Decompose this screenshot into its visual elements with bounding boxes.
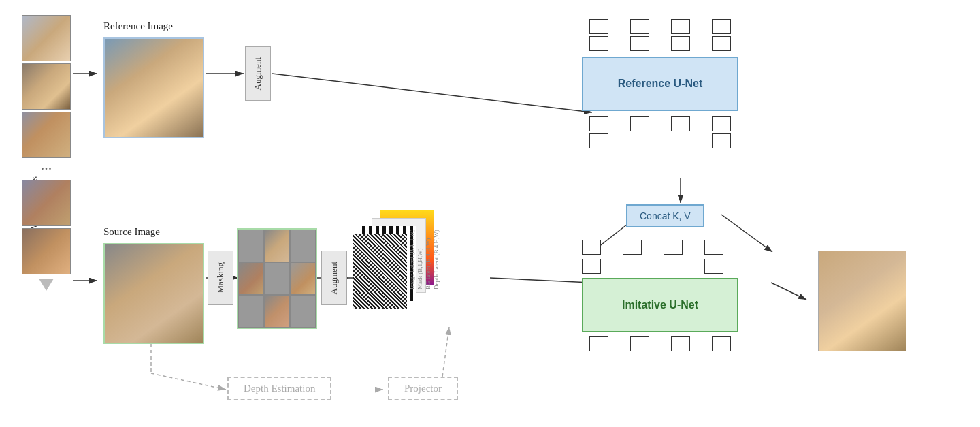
mask-label: Mask (B,1,H,W) (416, 201, 423, 289)
bg-latent-label: BG latent (B,4,H,W) (425, 201, 431, 289)
svg-line-18 (442, 327, 449, 377)
imitative-unet-box: Imitative U-Net (582, 278, 738, 332)
reference-image-box (103, 37, 204, 138)
frame-dots: ··· (41, 160, 52, 178)
depth-latent-label: Depth Latent (B,4,H,W) (433, 201, 440, 289)
ref-unet-area: Reference U-Net (582, 19, 738, 148)
svg-line-5 (272, 74, 592, 112)
noise-layer (353, 234, 407, 309)
reference-image-label: Reference Image (103, 20, 173, 32)
frame-2 (22, 63, 71, 110)
image-latent-label: Image Latent (B,4,H,W) (408, 201, 415, 289)
projector-box: Projector (388, 377, 458, 400)
source-image-label: Source Image (103, 226, 160, 238)
reference-unet-box: Reference U-Net (582, 57, 738, 111)
svg-line-16 (151, 373, 226, 390)
latent-labels: Image Latent (B,4,H,W) Mask (B,1,H,W) BG… (408, 201, 440, 310)
augment-src-box: Augment (321, 251, 347, 305)
video-frames-stack: ··· (22, 15, 71, 291)
depth-estimation-box: Depth Estimation (227, 377, 331, 400)
diagram-container: Video Frames ··· Reference Image Source … (0, 0, 980, 427)
augment-ref-box: Augment (245, 46, 271, 101)
svg-line-10 (490, 278, 591, 283)
masking-box: Masking (208, 251, 233, 305)
frame-5 (22, 228, 71, 274)
frame-1 (22, 15, 71, 61)
down-arrow (39, 279, 54, 291)
output-image (818, 251, 906, 351)
frame-3 (22, 112, 71, 158)
svg-line-14 (771, 283, 806, 300)
source-image-box (103, 243, 204, 344)
masked-grid (237, 228, 317, 329)
imit-unet-area: Imitative U-Net (582, 240, 738, 351)
concat-kv-box: Concat K, V (626, 204, 704, 227)
frame-4 (22, 180, 71, 226)
